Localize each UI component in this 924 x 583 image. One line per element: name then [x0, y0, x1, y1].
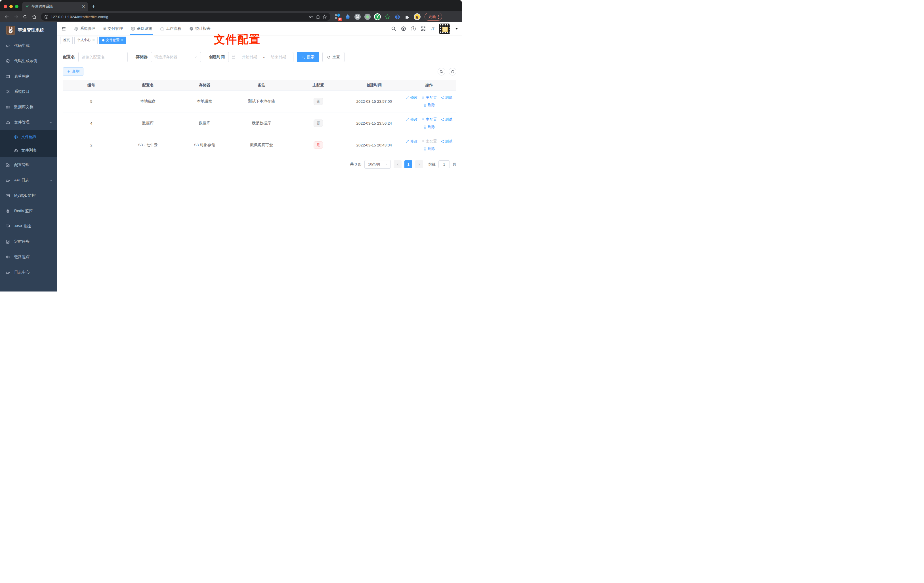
- delete-link[interactable]: 删除: [423, 101, 435, 109]
- profile-avatar[interactable]: [414, 13, 421, 20]
- sidebar-item-java-monitor[interactable]: Java 监控: [0, 218, 57, 234]
- extension-recorder-icon[interactable]: [364, 13, 371, 20]
- extension-y-icon[interactable]: Y: [374, 13, 381, 20]
- share-icon[interactable]: [316, 15, 320, 19]
- config-name-input-field[interactable]: [82, 55, 124, 59]
- edit-link[interactable]: 修改: [406, 94, 417, 101]
- browser-tab[interactable]: 芋道管理系统 ✕: [22, 2, 88, 12]
- edit-link[interactable]: 修改: [406, 138, 417, 145]
- col-ops: 操作: [401, 80, 456, 91]
- font-size-icon[interactable]: тT: [431, 26, 434, 31]
- sidebar-item-redis-monitor[interactable]: Redis 监控: [0, 203, 57, 218]
- minimize-window-button[interactable]: [9, 5, 13, 8]
- master-config-link[interactable]: 主配置: [421, 94, 437, 101]
- prev-page-button[interactable]: [394, 160, 401, 168]
- app-title: 芋道管理系统: [18, 28, 44, 33]
- new-tab-button[interactable]: +: [92, 3, 95, 10]
- close-icon[interactable]: ✕: [92, 38, 95, 42]
- forward-icon[interactable]: [12, 13, 20, 21]
- browser-tab-strip: 芋道管理系统 ✕ +: [0, 0, 462, 12]
- date-start-placeholder[interactable]: 开始日期: [238, 55, 261, 59]
- sidebar-item-tracing[interactable]: 链路追踪: [0, 249, 57, 264]
- back-icon[interactable]: [3, 13, 11, 21]
- next-page-button[interactable]: [415, 160, 423, 168]
- sidebar-item-api-log[interactable]: API 日志: [0, 173, 57, 188]
- fullscreen-icon[interactable]: [421, 26, 426, 31]
- sidebar-item-file-config[interactable]: 文件配置: [0, 130, 57, 144]
- tag-profile[interactable]: 个人中心✕: [74, 36, 97, 44]
- extensions-puzzle-icon[interactable]: [404, 13, 411, 20]
- sidebar-item-code-gen-demo[interactable]: 代码生成示例: [0, 53, 57, 69]
- master-config-link[interactable]: 主配置: [421, 116, 437, 123]
- help-icon[interactable]: ?: [411, 26, 416, 31]
- sidebar-item-code-gen[interactable]: 代码生成: [0, 38, 57, 53]
- page-size-select[interactable]: 10条/页: [365, 160, 391, 168]
- show-search-toggle-button[interactable]: [437, 68, 445, 76]
- close-icon[interactable]: ✕: [121, 38, 124, 42]
- browser-update-button[interactable]: 更新: [424, 13, 442, 21]
- test-link[interactable]: 测试: [441, 116, 452, 123]
- app-logo[interactable]: 芋道管理系统: [0, 22, 57, 38]
- user-avatar[interactable]: [439, 23, 450, 34]
- sidebar-item-form-builder[interactable]: 表单构建: [0, 69, 57, 84]
- reload-icon[interactable]: [21, 13, 29, 21]
- browser-menu-icon[interactable]: [438, 15, 439, 19]
- tab-close-icon[interactable]: ✕: [82, 4, 85, 9]
- cell-id: 4: [63, 112, 120, 134]
- topnav-system[interactable]: 系统管理: [70, 22, 99, 35]
- extension-command-icon[interactable]: [354, 13, 361, 20]
- sidebar-item-file-list[interactable]: 文件列表: [0, 144, 57, 157]
- window-controls[interactable]: [4, 5, 18, 8]
- extension-eye-icon[interactable]: [394, 13, 401, 20]
- topnav-reports[interactable]: 统计报表: [185, 22, 214, 35]
- test-link[interactable]: 测试: [441, 94, 452, 101]
- table-row: 4 数据库 数据库 我是数据库 否 2022-03-15 23:56:24 修改…: [63, 112, 456, 134]
- edit-link[interactable]: 修改: [406, 116, 417, 123]
- sidebar-item-mysql-monitor[interactable]: MySQL 监控: [0, 188, 57, 203]
- sidebar-item-log-center[interactable]: 日志中心: [0, 264, 57, 280]
- github-icon[interactable]: [401, 26, 406, 31]
- extension-tabs-icon[interactable]: 11: [334, 13, 341, 20]
- search-button[interactable]: 搜索: [297, 52, 319, 62]
- zoom-window-button[interactable]: [15, 5, 18, 8]
- cell-remark: 戴佩妮真可爱: [233, 134, 290, 156]
- add-button[interactable]: 新增: [63, 67, 83, 76]
- goto-page-input[interactable]: [439, 160, 450, 168]
- close-window-button[interactable]: [4, 5, 7, 8]
- address-bar[interactable]: 127.0.0.1:1024/infra/file/file-config: [41, 13, 330, 21]
- reset-button[interactable]: 重置: [322, 52, 345, 62]
- site-info-icon[interactable]: [44, 15, 48, 19]
- tag-file-config[interactable]: 文件配置✕: [99, 36, 126, 44]
- storage-select[interactable]: 请选择存储器: [151, 52, 201, 62]
- date-end-placeholder[interactable]: 结束日期: [267, 55, 290, 59]
- topnav-infrastructure[interactable]: 基础设施: [127, 22, 156, 35]
- url-text[interactable]: 127.0.0.1:1024/infra/file/file-config: [51, 15, 307, 19]
- search-icon[interactable]: [391, 26, 396, 31]
- collapse-sidebar-icon[interactable]: [57, 26, 70, 31]
- active-dot: [102, 39, 104, 41]
- sidebar-item-file-management[interactable]: 文件管理: [0, 115, 57, 130]
- extension-drop-icon[interactable]: [344, 13, 351, 20]
- delete-link[interactable]: 删除: [423, 145, 435, 152]
- sidebar-item-system-api[interactable]: 系统接口: [0, 84, 57, 99]
- test-link[interactable]: 测试: [441, 138, 452, 145]
- date-range-picker[interactable]: 开始日期 - 结束日期: [228, 52, 294, 62]
- delete-link[interactable]: 删除: [423, 123, 435, 130]
- topnav-workflow[interactable]: 工作流程: [156, 22, 185, 35]
- refresh-table-button[interactable]: [449, 68, 456, 76]
- config-name-input[interactable]: [78, 52, 128, 62]
- home-icon[interactable]: [30, 13, 38, 21]
- topnav-payment[interactable]: ¥支付管理: [99, 22, 127, 35]
- tag-home[interactable]: 首页: [60, 36, 73, 44]
- page-unit-label: 页: [453, 162, 456, 167]
- sidebar-item-scheduled-tasks[interactable]: 定时任务: [0, 234, 57, 249]
- sidebar-item-db-doc[interactable]: 数据库文档: [0, 99, 57, 115]
- bookmark-star-icon[interactable]: [322, 15, 327, 19]
- avatar-caret-down-icon[interactable]: [455, 28, 458, 30]
- current-page-button[interactable]: 1: [404, 160, 412, 168]
- sidebar-item-config-management[interactable]: 配置管理: [0, 157, 57, 173]
- password-key-icon[interactable]: [309, 15, 314, 19]
- col-storage: 存储器: [176, 80, 233, 91]
- extension-star-icon[interactable]: [384, 13, 391, 20]
- col-primary: 主配置: [290, 80, 347, 91]
